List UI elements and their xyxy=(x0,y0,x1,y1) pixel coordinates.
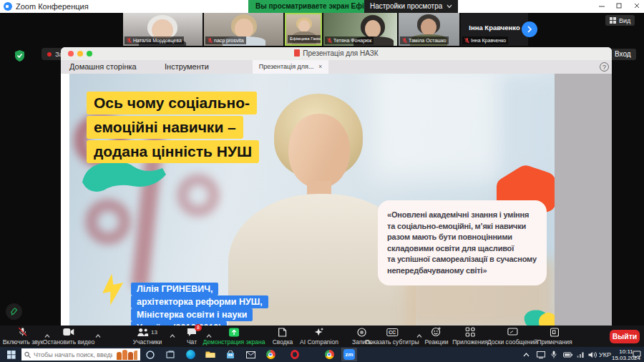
stop-video-button[interactable]: Остановить видео xyxy=(43,327,94,346)
leave-button[interactable]: Выйти xyxy=(610,330,640,343)
zoom-taskbar-icon[interactable]: zm xyxy=(343,349,355,360)
chat-button[interactable]: 8 Чат xyxy=(187,327,197,346)
ai-companion-label: AI Companion xyxy=(300,338,338,346)
participants-options-chevron[interactable] xyxy=(170,328,175,341)
whiteboard-icon xyxy=(507,328,518,336)
participant-tile[interactable]: nacp prosvita xyxy=(204,13,283,46)
share-screen-icon xyxy=(228,328,239,337)
task-view-icon[interactable] xyxy=(165,349,176,360)
tray-display-icon[interactable] xyxy=(537,347,545,362)
slide-attribution: Лілія ГРИНЕВИЧ, архітекторка реформи НУШ… xyxy=(131,283,268,326)
mic-muted-icon xyxy=(208,38,213,44)
participant-tile[interactable]: Наталія Мордовцева xyxy=(123,13,203,46)
taskbar-search[interactable] xyxy=(21,348,140,361)
whiteboards-button[interactable]: Доски сообщений xyxy=(487,327,537,346)
grid-view-icon xyxy=(610,17,616,24)
participants-button[interactable]: 13 Участники xyxy=(133,327,162,346)
start-button[interactable] xyxy=(6,349,17,360)
mic-muted-icon xyxy=(18,327,28,337)
slide-heading: Ось чому соціально- емоційні навички – д… xyxy=(87,92,259,165)
quote-line: разом мають бути повноцінними xyxy=(387,232,537,243)
video-strip xyxy=(0,13,644,46)
view-settings-label: Настройки просмотра xyxy=(370,0,442,13)
security-shield-icon[interactable] xyxy=(14,50,25,64)
tray-expand-chevron[interactable] xyxy=(523,347,530,362)
tab-tools[interactable]: Інструменти xyxy=(165,60,209,74)
notes-icon xyxy=(550,328,559,337)
ms-store-icon[interactable] xyxy=(225,349,236,360)
video-options-chevron[interactable] xyxy=(95,328,101,341)
tray-battery-icon[interactable] xyxy=(563,347,572,362)
document-icon xyxy=(294,49,300,57)
annotate-button[interactable] xyxy=(6,303,22,320)
participant-tile-camera-off[interactable]: Інна Кравченко Інна Кравченко xyxy=(461,13,528,46)
logo-yellow-circle xyxy=(539,313,555,326)
captions-button[interactable]: CC Показать субтитры xyxy=(365,327,419,346)
view-settings-button[interactable]: Настройки просмотра xyxy=(364,0,458,13)
slide-heading-line: емоційні навички – xyxy=(87,116,243,139)
cc-icon: CC xyxy=(386,328,398,336)
participant-tile-active-speaker[interactable]: Ефімцева Ганна xyxy=(285,13,322,46)
minimize-button[interactable] xyxy=(597,1,607,11)
opera-icon[interactable] xyxy=(289,349,301,360)
share-screen-button[interactable]: Демонстрация экрана xyxy=(203,327,265,346)
edge-icon[interactable] xyxy=(185,349,196,360)
cortana-icon[interactable] xyxy=(145,349,156,360)
close-button[interactable] xyxy=(632,1,642,11)
apps-button[interactable]: Приложения xyxy=(452,327,488,346)
next-participants-button[interactable] xyxy=(522,21,537,37)
tab-presentation-active[interactable]: Презентація для... × xyxy=(253,60,328,74)
participant-tile[interactable]: Тетяна Фонарюк xyxy=(323,13,397,46)
participant-name: nacp prosvita xyxy=(214,37,244,44)
notes-button[interactable]: Примечания xyxy=(537,327,572,346)
camera-icon xyxy=(63,328,74,336)
summary-button[interactable]: Сводка xyxy=(273,327,293,346)
tray-mic-icon[interactable] xyxy=(551,347,557,362)
participant-tile[interactable]: Таміла Осташко xyxy=(399,13,459,46)
quote-line: «Оновлені академічні знання і уміння xyxy=(387,210,537,221)
quote-line: та успішної самореалізації в сучасному xyxy=(387,254,537,265)
unmute-button[interactable]: Включить звук xyxy=(3,327,44,346)
reactions-label: Реакции xyxy=(425,338,449,346)
reactions-button[interactable]: Реакции xyxy=(425,327,449,346)
action-center-icon[interactable] xyxy=(633,347,641,362)
tab-close-icon[interactable]: × xyxy=(318,63,322,70)
participants-icon xyxy=(137,328,149,337)
file-explorer-icon[interactable] xyxy=(205,349,216,360)
captions-label: Показать субтитры xyxy=(365,338,419,346)
quote-line: непередбачуваному світі» xyxy=(387,265,537,277)
slide-heading-line: додана цінність НУШ xyxy=(87,140,259,163)
signin-button[interactable]: Вход xyxy=(610,49,636,60)
mail-icon[interactable] xyxy=(245,349,256,360)
quote-line: та соціально-емоційні, м’які навички xyxy=(387,221,537,233)
view-label: Вид xyxy=(619,17,630,24)
attribution-line: Лілія ГРИНЕВИЧ, xyxy=(131,283,218,295)
windows-logo-icon xyxy=(7,351,16,359)
maximize-button[interactable] xyxy=(614,1,624,11)
notes-label: Примечания xyxy=(537,338,572,346)
attribution-line: архітекторка реформи НУШ, xyxy=(131,295,268,308)
help-icon[interactable]: ? xyxy=(600,62,609,72)
captions-options-chevron[interactable] xyxy=(416,328,422,341)
pencil-icon xyxy=(10,308,19,316)
stop-video-label: Остановить видео xyxy=(43,338,94,346)
attribution-line: Міністерка освіти і науки xyxy=(131,308,253,321)
mic-muted-icon xyxy=(127,38,132,44)
ai-sparkle-icon xyxy=(314,327,324,337)
chrome-icon[interactable] xyxy=(265,349,276,360)
apps-icon xyxy=(465,327,475,337)
search-input[interactable] xyxy=(34,351,112,358)
participant-name: Наталія Мордовцева xyxy=(133,37,182,44)
chrome-icon-2[interactable] xyxy=(323,349,335,360)
browser-tabbar: Домашня сторінка Інструменти Презентація… xyxy=(61,60,612,74)
participant-name: Таміла Осташко xyxy=(409,37,447,44)
view-button[interactable]: Вид xyxy=(605,15,635,26)
page-margin xyxy=(555,74,612,326)
ai-companion-button[interactable]: AI Companion xyxy=(300,327,338,346)
mic-muted-icon xyxy=(402,38,407,44)
photo-person-face xyxy=(288,114,350,188)
recording-dot-icon xyxy=(47,52,52,57)
tray-volume-icon[interactable] xyxy=(588,347,597,362)
tab-home[interactable]: Домашня сторінка xyxy=(69,60,137,74)
tray-network-icon[interactable] xyxy=(577,347,585,362)
